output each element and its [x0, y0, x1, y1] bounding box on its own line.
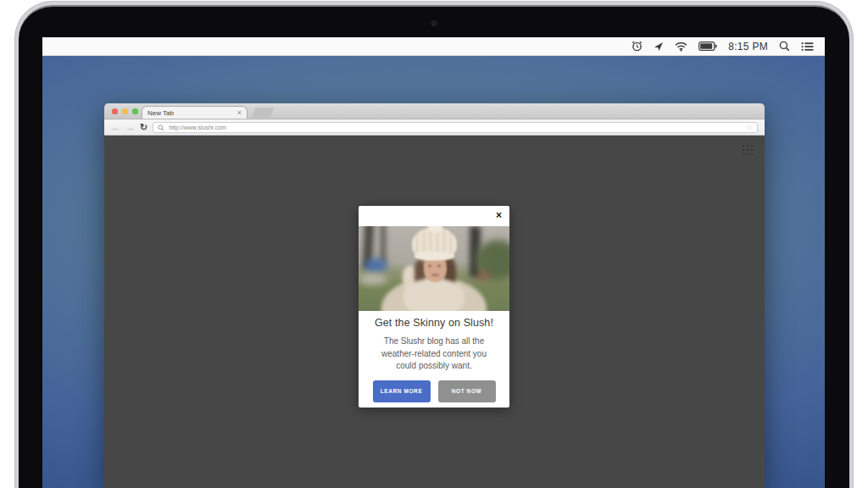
not-now-button[interactable]: NOT NOW	[438, 380, 496, 402]
back-icon[interactable]: ←	[111, 123, 120, 132]
zoom-window-button[interactable]	[132, 108, 138, 114]
url-text: http://www.slushr.com	[169, 125, 742, 130]
laptop-screen: 8:15 PM	[42, 37, 825, 488]
apps-grid-icon[interactable]	[743, 145, 754, 157]
modal-photo-woman-winter	[359, 226, 509, 311]
browser-window: New Tab × ← → ↻ http://www.slushr.co	[104, 103, 765, 488]
modal-button-row: LEARN MORE NOT NOW	[359, 380, 509, 402]
search-icon	[158, 119, 164, 135]
modal-header: ×	[359, 206, 509, 226]
browser-toolbar: ← → ↻ http://www.slushr.com ☆	[104, 119, 765, 136]
battery-icon[interactable]	[698, 42, 717, 51]
learn-more-button[interactable]: LEARN MORE	[373, 380, 431, 402]
address-bar[interactable]: http://www.slushr.com ☆	[153, 122, 758, 133]
location-arrow-icon[interactable]	[654, 42, 664, 52]
alarm-clock-icon[interactable]	[632, 41, 643, 52]
forward-icon[interactable]: →	[125, 123, 135, 132]
bookmark-star-icon[interactable]: ☆	[746, 124, 753, 131]
modal-body-text: The Slushr blog has all the weather-rela…	[359, 336, 509, 373]
menu-bar-clock[interactable]: 8:15 PM	[728, 41, 768, 53]
desktop-wallpaper: New Tab × ← → ↻ http://www.slushr.co	[42, 56, 825, 488]
reload-icon[interactable]: ↻	[140, 123, 147, 132]
tab-new-tab[interactable]: New Tab ×	[142, 106, 248, 119]
minimize-window-button[interactable]	[122, 108, 128, 114]
modal-title: Get the Skinny on Slush!	[359, 317, 509, 329]
webcam-dot	[431, 20, 437, 26]
tab-title: New Tab	[147, 109, 237, 117]
tab-close-icon[interactable]: ×	[237, 109, 242, 117]
notification-center-icon[interactable]	[801, 42, 814, 52]
modal-close-icon[interactable]: ×	[496, 210, 502, 220]
browser-tab-bar: New Tab ×	[104, 103, 765, 119]
webpage-content: ×	[104, 136, 765, 488]
macos-menu-bar: 8:15 PM	[42, 37, 825, 56]
new-tab-button[interactable]	[252, 108, 275, 118]
close-window-button[interactable]	[112, 108, 118, 114]
promo-modal: ×	[359, 206, 509, 408]
spotlight-search-icon[interactable]	[779, 41, 790, 52]
wifi-icon[interactable]	[675, 42, 687, 52]
window-controls	[112, 108, 138, 114]
